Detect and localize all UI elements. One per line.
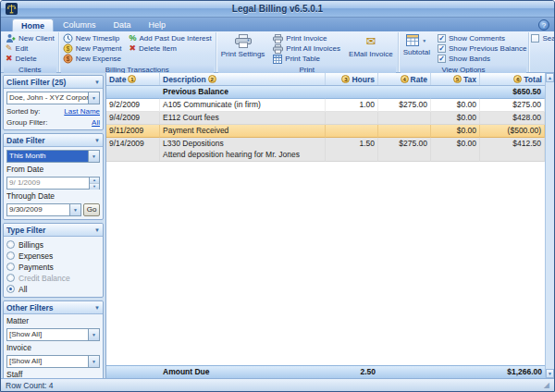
checkbox-box-checked: ✓ <box>438 44 446 53</box>
type-filter-panel: Type Filter ▼ Billings Expenses Payments <box>3 223 104 298</box>
print-invoice-button[interactable]: Print Invoice <box>271 33 342 43</box>
radio-dot-selected <box>6 285 15 293</box>
invoice-select[interactable]: [Show All] ▼ <box>6 355 100 368</box>
person-plus-icon <box>6 33 16 43</box>
percent-plus-icon: % <box>129 34 136 43</box>
checkbox-search-footer[interactable]: Search Footer <box>531 33 555 43</box>
table-row[interactable]: 9/4/2009 E112 Court fees $0.00 $428.00 <box>106 112 545 125</box>
column-header-tax[interactable]: 5 Tax <box>431 73 480 85</box>
scroll-down-icon[interactable]: ▼ <box>546 369 554 378</box>
print-table-button[interactable]: Print Table <box>271 54 342 64</box>
group-filter-link[interactable]: All <box>92 118 100 127</box>
chevron-down-icon: ▼ <box>88 151 99 162</box>
band-label: Previous Balance <box>160 86 326 99</box>
print-settings-button[interactable]: Print Settings <box>218 33 268 58</box>
table-grid-icon <box>273 55 282 64</box>
group-filter-label: Group Filter: <box>6 118 47 127</box>
title-bar: Legal Billing v6.5.0.1 <box>1 1 554 18</box>
tab-home[interactable]: Home <box>12 18 54 31</box>
subtotal-button[interactable]: ▼ Subtotal <box>401 33 433 56</box>
email-invoice-button[interactable]: ✉ EMail Invoice <box>346 33 396 58</box>
checkbox-show-previous-balance[interactable]: ✓ Show Previous Balance <box>438 43 527 54</box>
column-header-total[interactable]: 6 Total <box>480 73 545 85</box>
radio-dot <box>6 263 15 271</box>
date-spinner[interactable]: ▲▼ <box>89 178 99 189</box>
radio-credit-balance: Credit Balance <box>6 273 100 283</box>
filter-sidebar: Client Filter (25) ▼ Doe, John - XYZ Cor… <box>1 73 105 378</box>
column-order-badge: 1 <box>128 75 136 83</box>
delete-button[interactable]: ✖ Delete <box>4 54 56 64</box>
tab-help[interactable]: Help <box>141 18 175 31</box>
help-button[interactable]: ? <box>538 19 549 31</box>
scroll-up-icon[interactable]: ▲ <box>546 73 554 82</box>
matter-label: Matter <box>6 317 100 325</box>
date-filter-panel: Date Filter ▼ This Month ▼ From Date 9/ … <box>3 133 104 220</box>
other-filters-header[interactable]: Other Filters ▼ <box>4 301 103 314</box>
spin-down-icon[interactable]: ▼ <box>90 184 99 190</box>
sorted-by-label: Sorted by: <box>6 107 40 116</box>
client-filter-header[interactable]: Client Filter (25) ▼ <box>4 76 103 89</box>
type-filter-header[interactable]: Type Filter ▼ <box>4 224 103 237</box>
table-row-payment[interactable]: 9/11/2009 Payment Received $0.00 ($500.0… <box>106 125 545 138</box>
checkbox-show-comments[interactable]: ✓ Show Comments <box>438 33 527 43</box>
column-order-badge: 2 <box>208 75 216 83</box>
column-order-badge: 4 <box>401 75 409 83</box>
content-area: Client Filter (25) ▼ Doe, John - XYZ Cor… <box>1 73 554 378</box>
scales-of-justice-icon <box>6 3 18 15</box>
sorted-by-link[interactable]: Last Name <box>64 107 100 116</box>
table-row[interactable]: 9/2/2009 A105 Communicate (in firm) 1.00… <box>106 99 545 112</box>
amount-due-footer: Amount Due 2.50 $1,266.00 <box>106 365 545 378</box>
edit-button[interactable]: ✎ Edit <box>4 43 56 54</box>
new-client-button[interactable]: New Client <box>4 33 56 43</box>
delete-item-button[interactable]: ✖ Delete Item <box>127 43 213 54</box>
vertical-scrollbar[interactable]: ▲ ▼ <box>545 73 554 378</box>
new-timeslip-button[interactable]: New Timeslip <box>61 33 124 43</box>
ribbon-group-clients: New Client ✎ Edit ✖ Delete Clients <box>2 32 59 72</box>
add-past-due-interest-button[interactable]: % Add Past Due Interest <box>127 33 213 43</box>
chevron-down-icon: ▼ <box>88 356 99 367</box>
new-expense-button[interactable]: $ New Expense <box>61 54 124 64</box>
ribbon-group-billing-transactions: New Timeslip $ New Payment $ New Expense… <box>59 32 216 72</box>
column-header-hours[interactable]: 3 Hours <box>326 73 378 85</box>
from-date-input[interactable]: 9/ 1/2009 ▲▼ <box>6 177 100 190</box>
ribbon-group-extra: Search Footer <box>529 32 555 72</box>
checkbox-box-checked: ✓ <box>438 55 446 63</box>
table-header-row: Date 1 Description 2 3 Hours 4 Rate <box>106 73 545 86</box>
chevron-down-icon: ▼ <box>422 38 426 43</box>
radio-all[interactable]: All <box>6 284 100 294</box>
spin-up-icon[interactable]: ▲ <box>90 178 99 184</box>
date-filter-header[interactable]: Date Filter ▼ <box>4 134 103 147</box>
through-date-input[interactable]: 9/30/2009 ▼ <box>6 203 81 216</box>
from-date-label: From Date <box>6 165 100 174</box>
radio-billings[interactable]: Billings <box>6 239 100 250</box>
column-header-date[interactable]: Date 1 <box>106 73 160 85</box>
envelope-icon: ✉ <box>365 34 376 48</box>
resize-grip-icon[interactable]: ◢ <box>544 382 549 389</box>
matter-select[interactable]: [Show All] ▼ <box>6 328 100 341</box>
table-row[interactable]: 9/14/2009 L330 Depositions Attend deposi… <box>106 138 545 162</box>
delete-x-icon: ✖ <box>6 55 13 63</box>
print-all-invoices-button[interactable]: Print All Invoices <box>271 43 342 54</box>
other-filters-panel: Other Filters ▼ Matter [Show All] ▼ Invo… <box>3 300 104 378</box>
tab-data[interactable]: Data <box>105 18 140 31</box>
previous-balance-band[interactable]: Previous Balance $650.50 <box>106 86 545 99</box>
amount-due-total: $1,266.00 <box>480 366 545 378</box>
checkbox-show-bands[interactable]: ✓ Show Bands <box>438 54 527 64</box>
chevron-down-icon: ▼ <box>69 204 80 215</box>
client-select[interactable]: Doe, John - XYZ Corporation ▼ <box>6 92 100 104</box>
radio-dot <box>6 240 15 249</box>
delete-x-icon: ✖ <box>129 44 136 53</box>
radio-expenses[interactable]: Expenses <box>6 251 100 261</box>
amount-due-label: Amount Due <box>160 366 326 378</box>
window-title: Legal Billing v6.5.0.1 <box>21 4 534 14</box>
radio-payments[interactable]: Payments <box>6 262 100 272</box>
chevron-down-icon: ▼ <box>94 227 100 233</box>
go-button[interactable]: Go <box>83 203 100 216</box>
column-order-badge: 6 <box>513 75 522 83</box>
radio-dot <box>6 251 15 260</box>
column-header-rate[interactable]: 4 Rate <box>378 73 431 85</box>
column-header-description[interactable]: Description 2 <box>160 73 326 85</box>
new-payment-button[interactable]: $ New Payment <box>61 43 124 54</box>
date-preset-select[interactable]: This Month ▼ <box>6 150 100 163</box>
tab-columns[interactable]: Columns <box>55 18 105 31</box>
